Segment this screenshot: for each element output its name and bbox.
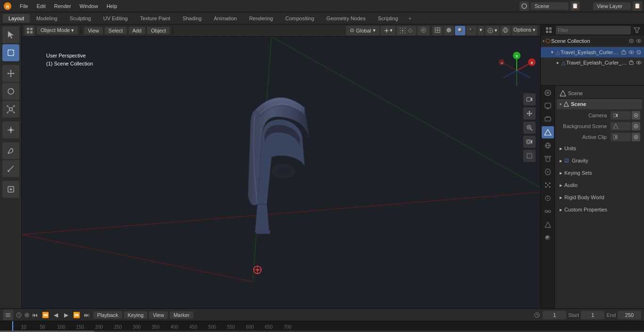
pivot-button[interactable]: ▾ (380, 26, 396, 35)
camera-field-picker[interactable] (632, 111, 640, 120)
navigation-gizmo[interactable]: X Y -X (498, 52, 536, 89)
menu-file[interactable]: File (16, 2, 32, 10)
outliner-hide-icon-0[interactable] (628, 49, 635, 56)
outliner-search-input[interactable] (556, 26, 631, 34)
tab-shading[interactable]: Shading (177, 14, 207, 23)
object-menu-button[interactable]: Object (147, 27, 170, 34)
overlay-button[interactable]: ▾ (485, 26, 499, 35)
props-output-icon[interactable] (542, 100, 554, 112)
timeline-view-menu[interactable]: View (149, 311, 168, 319)
end-frame-input[interactable]: 250 (618, 311, 641, 319)
camera-field-value[interactable] (611, 111, 631, 120)
outliner-hide-icon[interactable] (636, 38, 642, 44)
object-mode-button[interactable]: Object Mode ▾ (37, 26, 78, 34)
active-clip-picker[interactable] (632, 133, 640, 141)
viewport[interactable]: Object Mode ▾ View Select Add Object ⊙ G… (22, 24, 540, 308)
keying-sets-header[interactable]: ▸ Keying Sets (557, 168, 642, 178)
proportional-edit-button[interactable] (417, 26, 429, 35)
audio-header[interactable]: ▸ Audio (557, 180, 642, 190)
outliner-item-1[interactable]: ▸ △ Travel_Eyelash_Curler_Ja (541, 57, 644, 68)
start-frame-input[interactable]: 1 (581, 311, 604, 319)
scale-tool[interactable] (2, 101, 19, 118)
view-layer-icon[interactable]: 📋 (633, 1, 642, 11)
outliner-restrict-icon-1[interactable] (628, 59, 635, 66)
props-viewlayer-icon[interactable] (542, 113, 554, 125)
menu-render[interactable]: Render (50, 2, 75, 10)
engine-icon[interactable] (520, 1, 529, 11)
outliner-expand-1[interactable]: ▸ (555, 60, 561, 65)
props-modifier-icon[interactable] (542, 166, 554, 178)
tab-texture-paint[interactable]: Texture Paint (134, 14, 176, 23)
step-forward-button[interactable]: ⏩ (72, 310, 81, 320)
gravity-header[interactable]: ▸ ☑ Gravity (557, 156, 642, 165)
cursor-tool[interactable] (2, 26, 19, 43)
tab-layout[interactable]: Layout (3, 14, 30, 23)
options-button[interactable]: Options ▾ (512, 26, 537, 35)
props-material-icon[interactable] (542, 232, 554, 244)
scene-collection-header[interactable]: ▾ ⬡ Scene Collection (541, 36, 644, 46)
frame-time-icon[interactable] (533, 311, 541, 319)
outliner-item-0[interactable]: ▾ △ Travel_Eyelash_Curler_Japone (541, 47, 644, 57)
timeline-editor-type[interactable] (3, 310, 13, 320)
gravity-checkbox[interactable]: ☑ (564, 158, 569, 164)
editor-type-button[interactable] (25, 25, 35, 36)
tab-uv-editing[interactable]: UV Editing (98, 14, 133, 23)
select-tool[interactable] (2, 44, 19, 61)
props-physics-icon[interactable] (542, 192, 554, 204)
outliner-editor-type[interactable] (545, 26, 553, 34)
viewport-shading-wire[interactable] (432, 26, 443, 35)
marker-menu[interactable]: Marker (170, 311, 193, 319)
play-reverse-button[interactable]: ◀ (51, 310, 60, 320)
units-header[interactable]: ▸ Units (557, 144, 642, 153)
add-workspace-button[interactable]: + (405, 15, 415, 22)
outliner-viewlayer-icon[interactable] (628, 38, 635, 44)
outliner-restrict-icon-0[interactable] (620, 49, 627, 56)
outliner-expand-0[interactable]: ▾ (549, 49, 555, 55)
play-button[interactable]: ▶ (61, 310, 71, 320)
menu-edit[interactable]: Edit (33, 2, 50, 10)
view-menu-button[interactable]: View (84, 27, 103, 34)
tab-compositing[interactable]: Compositing (280, 14, 320, 23)
transform-tool[interactable] (2, 121, 19, 138)
props-object-icon[interactable] (542, 153, 554, 165)
jump-end-button[interactable]: ⏭ (82, 310, 91, 320)
view-layer-selector[interactable]: View Layer (593, 2, 631, 10)
props-world-icon[interactable] (542, 139, 554, 152)
props-constraints-icon[interactable] (542, 205, 554, 218)
viewport-shading-solid[interactable] (444, 26, 454, 35)
props-particles-icon[interactable] (542, 179, 554, 191)
add-object-tool[interactable] (2, 181, 19, 198)
pan-view-icon[interactable] (523, 107, 536, 120)
jump-start-button[interactable]: ⏮ (30, 310, 40, 320)
annotate-tool[interactable] (2, 142, 19, 159)
record-button[interactable] (25, 313, 29, 317)
scene-icon[interactable]: 📋 (570, 1, 580, 11)
camera-icon[interactable] (523, 136, 536, 148)
transform-global-button[interactable]: ⊙ Global ▾ (346, 26, 380, 35)
tab-sculpting[interactable]: Sculpting (64, 14, 97, 23)
render-region-icon[interactable] (523, 150, 536, 162)
scene-selector[interactable]: Scene (531, 2, 569, 10)
measure-tool[interactable] (2, 160, 19, 177)
outliner-hide-icon-1[interactable] (636, 59, 642, 66)
current-frame-input[interactable]: 1 (543, 311, 566, 319)
rotate-tool[interactable] (2, 83, 19, 100)
background-scene-picker[interactable] (632, 122, 640, 130)
menu-help[interactable]: Help (103, 2, 121, 10)
timeline-content[interactable]: 10 50 100 150 200 250 300 350 400 450 50… (0, 321, 644, 332)
snap-button[interactable] (396, 26, 416, 35)
viewport-shading-options[interactable]: ▾ (478, 26, 484, 35)
tab-animation[interactable]: Animation (208, 14, 243, 23)
tab-rendering[interactable]: Rendering (243, 14, 279, 23)
background-scene-value[interactable] (611, 122, 631, 130)
tab-geometry-nodes[interactable]: Geometry Nodes (321, 14, 371, 23)
rigid-body-world-header[interactable]: ▸ Rigid Body World (557, 193, 642, 202)
keying-menu[interactable]: Keying (124, 311, 148, 319)
tab-scripting[interactable]: Scripting (372, 14, 404, 23)
outliner-filter-icon[interactable] (634, 27, 640, 33)
scene-section-header[interactable]: ▾ Scene (557, 99, 642, 109)
add-menu-button[interactable]: Add (129, 27, 146, 34)
tab-modeling[interactable]: Modeling (31, 14, 63, 23)
zoom-view-icon[interactable] (523, 121, 536, 134)
props-scene-icon[interactable] (542, 126, 554, 138)
